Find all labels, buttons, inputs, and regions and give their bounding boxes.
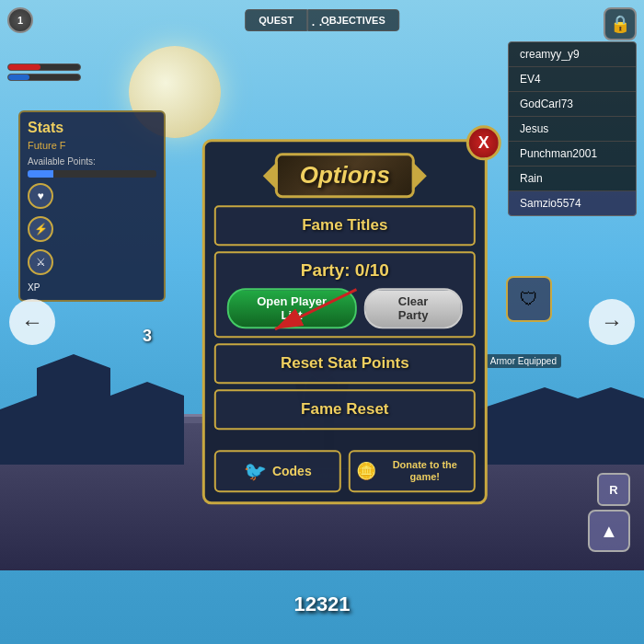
options-header: Options X — [205, 142, 485, 205]
bg-building-left — [0, 327, 184, 465]
lock-button[interactable]: 🔒 — [604, 7, 637, 40]
hp-bar — [7, 63, 81, 71]
mp-bar-container — [7, 74, 81, 81]
stat-hp-btn[interactable]: ♥ — [28, 183, 53, 209]
player-item-selected[interactable]: Samzio5574 — [509, 191, 636, 215]
points-bar — [28, 170, 156, 178]
up-button[interactable]: ▲ — [588, 510, 630, 552]
twitter-icon: 🐦 — [244, 461, 267, 483]
available-points-label: Available Points: — [28, 156, 156, 167]
fame-reset-label: Fame Reset — [301, 400, 388, 418]
player-item[interactable]: creamyy_y9 — [509, 42, 636, 67]
points-bar-fill — [28, 170, 53, 178]
mp-fill — [8, 75, 29, 80]
donate-label: Donate to the game! — [382, 459, 468, 483]
player-item[interactable]: Jesus — [509, 117, 636, 142]
fame-reset-button[interactable]: Fame Reset — [214, 389, 476, 430]
stats-subtitle: Future F — [28, 140, 156, 151]
armor-icon: 🛡 — [506, 276, 552, 322]
options-modal: Options X Fame Titles Party: 0/10 Open P… — [202, 139, 488, 504]
player-item[interactable]: GodCarl73 — [509, 92, 636, 117]
options-title: Options — [300, 161, 390, 189]
options-body: Fame Titles Party: 0/10 Open Player List… — [205, 205, 485, 444]
player-item[interactable]: EV4 — [509, 67, 636, 92]
left-arrow-button[interactable]: ← — [9, 299, 55, 345]
stats-title: Stats — [28, 120, 156, 136]
player-list: creamyy_y9 EV4 GodCarl73 Jesus Punchman2… — [508, 41, 637, 216]
hp-bar-container — [7, 63, 81, 71]
close-button[interactable]: X — [466, 125, 501, 160]
options-footer: 🐦 Codes 🪙 Donate to the game! — [205, 444, 485, 501]
r-button[interactable]: R — [597, 473, 630, 506]
player-item[interactable]: Rain — [509, 167, 636, 191]
reset-stat-points-button[interactable]: Reset Stat Points — [214, 343, 476, 384]
hp-fill — [8, 64, 40, 70]
party-buttons: Open Player List Clear Party — [227, 288, 463, 328]
donate-button[interactable]: 🪙 Donate to the game! — [349, 450, 476, 492]
codes-label: Codes — [272, 465, 312, 479]
bottom-score: 12321 — [293, 592, 350, 616]
quest-button[interactable]: QUEST — [245, 9, 307, 31]
options-banner: Options — [275, 153, 415, 198]
stat-atk-btn[interactable]: ⚔ — [28, 249, 53, 275]
player-item[interactable]: Punchman2001 — [509, 142, 636, 167]
dots-menu[interactable]: ... — [311, 11, 333, 30]
open-player-list-button[interactable]: Open Player List — [227, 288, 357, 328]
fame-titles-label: Fame Titles — [302, 216, 387, 234]
xp-label: XP — [28, 282, 156, 293]
mp-bar — [7, 74, 81, 81]
coin-icon: 🪙 — [356, 462, 376, 482]
fame-titles-button[interactable]: Fame Titles — [214, 205, 476, 246]
codes-button[interactable]: 🐦 Codes — [214, 450, 341, 492]
level-badge: 1 — [7, 7, 33, 33]
clear-party-button[interactable]: Clear Party — [363, 288, 462, 328]
stats-panel: Stats Future F Available Points: ♥ ⚡ ⚔ X… — [18, 110, 166, 302]
party-title: Party: 0/10 — [227, 260, 463, 281]
points-num-badge: 3 — [143, 327, 152, 346]
reset-stat-points-label: Reset Stat Points — [281, 354, 409, 372]
party-section: Party: 0/10 Open Player List Clear Party — [214, 251, 476, 338]
bg-building-right — [478, 354, 644, 465]
armor-label: Armor Equipped — [486, 354, 561, 368]
right-arrow-button[interactable]: → — [589, 299, 635, 345]
hud-left: 1 — [7, 7, 81, 81]
stat-mp-btn[interactable]: ⚡ — [28, 216, 53, 242]
